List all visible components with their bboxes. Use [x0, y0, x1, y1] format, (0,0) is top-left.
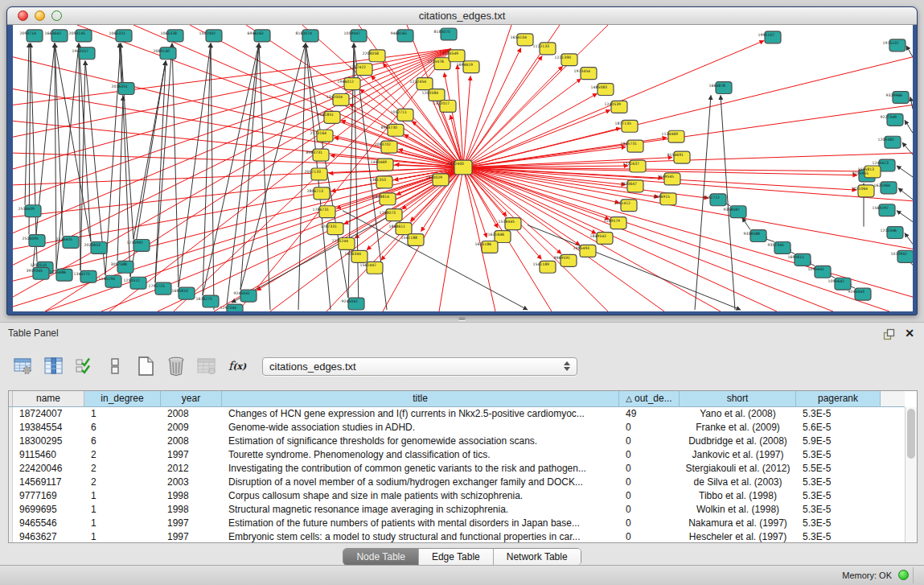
svg-text:1065321: 1065321 [109, 31, 126, 35]
svg-text:1122133: 1122133 [533, 44, 550, 48]
svg-text:1615186: 1615186 [475, 242, 492, 246]
svg-text:1678275: 1678275 [196, 297, 213, 301]
table-source-select[interactable]: citations_edges.txt [262, 357, 577, 376]
select-rows-icon[interactable] [71, 354, 98, 378]
column-header-year[interactable]: year [161, 391, 222, 407]
cell-short: Yano et al. (2008) [680, 407, 796, 421]
svg-text:9357345: 9357345 [768, 243, 785, 247]
cell-pagerank: 5.5E-5 [796, 462, 881, 476]
svg-text:1189579: 1189579 [604, 219, 621, 223]
table-row[interactable]: 2242004622012Investigating the contribut… [9, 462, 917, 476]
svg-text:1361353: 1361353 [370, 178, 387, 182]
table-panel-header: Table Panel ✕ [0, 323, 924, 344]
table-row[interactable]: 1872400712008Changes of HCN gene express… [9, 407, 917, 421]
table-mode-icon[interactable] [10, 354, 37, 378]
svg-text:8183074: 8183074 [296, 31, 313, 35]
tab-edge-table[interactable]: Edge Table [418, 549, 493, 565]
table-row[interactable]: 1830029562008Estimation of significance … [9, 435, 917, 448]
svg-text:1322017: 1322017 [433, 101, 450, 105]
cell-in-degree: 1 [84, 503, 161, 517]
table-row[interactable]: 977716911998Corpus callosum shape and si… [9, 489, 917, 503]
tab-node-table[interactable]: Node Table [343, 549, 418, 565]
svg-text:2069140: 2069140 [154, 49, 170, 53]
svg-text:1595813: 1595813 [858, 167, 875, 171]
svg-text:1518445: 1518445 [499, 220, 515, 224]
cell-short: Jankovic et al. (1997) [680, 448, 796, 462]
network-canvas[interactable]: 2093714166364220931451065321106532815270… [13, 25, 913, 311]
delete-columns-icon[interactable] [162, 354, 190, 378]
cell-name: 19384554 [13, 421, 84, 435]
table-row[interactable]: 1456911722003Disruption of a novel membe… [9, 476, 917, 489]
cell-pagerank: 5.3E-5 [796, 476, 881, 489]
cell-title: Corpus callosum shape and size in male p… [222, 489, 619, 503]
network-graph[interactable]: 2093714166364220931451065321106532815270… [13, 25, 913, 311]
zoom-window-icon[interactable] [51, 10, 62, 21]
svg-text:1440469: 1440469 [371, 160, 388, 164]
panel-splitter-handle[interactable] [458, 317, 466, 320]
table-panel: Table Panel ✕ [0, 322, 924, 565]
svg-text:2516095: 2516095 [23, 237, 39, 241]
new-column-icon[interactable] [132, 354, 159, 378]
svg-text:9245042: 9245042 [342, 299, 359, 303]
column-header-out-de-[interactable]: △out_de... [619, 391, 680, 407]
table-row[interactable]: 1938455462009Genome-wide association stu… [9, 421, 917, 435]
cell-name: 9777169 [13, 489, 84, 503]
function-builder-icon[interactable]: f(x) [224, 354, 251, 378]
svg-text:1350510: 1350510 [31, 263, 47, 267]
svg-text:1021064: 1021064 [852, 187, 869, 191]
svg-text:9245043: 9245043 [848, 290, 865, 294]
cell-pagerank: 5.3E-5 [796, 489, 881, 503]
cell-year: 2003 [161, 476, 222, 489]
network-view-window[interactable]: citations_edges.txt 20937141663642209314… [6, 6, 918, 315]
svg-text:8592712: 8592712 [704, 196, 721, 200]
cell-short: Nakamura et al. (1997) [680, 517, 796, 530]
cell-title: Tourette syndrome. Phenomenology and cla… [222, 448, 619, 462]
cell-year: 1998 [161, 489, 222, 503]
minimize-window-icon[interactable] [35, 10, 45, 21]
scrollbar-thumb[interactable] [907, 409, 915, 459]
table-row[interactable]: 911546021997Tourette syndrome. Phenomeno… [9, 448, 917, 462]
column-header-title[interactable]: title [222, 391, 619, 407]
close-window-icon[interactable] [18, 10, 28, 21]
column-header-pagerank[interactable]: pagerank [796, 391, 881, 407]
svg-text:8983731: 8983731 [306, 150, 323, 154]
svg-text:1095641: 1095641 [808, 267, 825, 271]
table-row[interactable]: 946554611997Estimation of the future num… [9, 517, 917, 530]
svg-text:2093145: 2093145 [69, 31, 86, 35]
svg-text:8096915: 8096915 [654, 195, 671, 199]
svg-text:1203584: 1203584 [422, 91, 439, 95]
close-panel-icon[interactable]: ✕ [905, 326, 914, 340]
float-panel-icon[interactable] [882, 328, 895, 340]
window-titlebar[interactable]: citations_edges.txt [7, 7, 917, 25]
tab-network-table[interactable]: Network Table [493, 549, 581, 565]
cell-out-de-: 49 [619, 407, 680, 421]
cell-in-degree: 1 [84, 489, 161, 503]
svg-text:1868611: 1868611 [389, 225, 406, 229]
column-header-name[interactable]: name [13, 391, 84, 407]
table-row[interactable]: 969969511998Structural magnetic resonanc… [9, 503, 917, 517]
row-height-icon[interactable] [101, 354, 129, 378]
svg-text:1215476: 1215476 [428, 60, 445, 64]
svg-text:1161412: 1161412 [614, 201, 631, 205]
cell-in-degree: 1 [84, 530, 161, 543]
network-nodes[interactable] [25, 28, 913, 311]
statusbar-divider [913, 567, 914, 583]
svg-text:8183075: 8183075 [434, 30, 451, 34]
svg-text:1798073: 1798073 [380, 211, 396, 215]
table-row[interactable]: 946362711997Embryonic stem cells: a mode… [9, 530, 917, 543]
cell-out-de-: 0 [619, 489, 680, 503]
column-header-short[interactable]: short [680, 391, 796, 407]
svg-text:1973454: 1973454 [574, 69, 591, 73]
show-columns-icon[interactable] [40, 354, 68, 378]
svg-text:1676344: 1676344 [345, 252, 362, 256]
cell-in-degree: 2 [84, 448, 161, 462]
svg-text:2115686: 2115686 [50, 270, 67, 274]
svg-text:1344275: 1344275 [74, 272, 91, 276]
svg-text:1250512: 1250512 [124, 278, 141, 282]
svg-text:2516609: 2516609 [18, 207, 35, 211]
delete-table-icon[interactable] [193, 354, 220, 378]
memory-status-icon[interactable] [898, 570, 909, 580]
column-header-in-degree[interactable]: in_degree [84, 391, 161, 407]
table-panel-title: Table Panel [8, 328, 59, 339]
table-scrollbar[interactable] [905, 407, 917, 542]
